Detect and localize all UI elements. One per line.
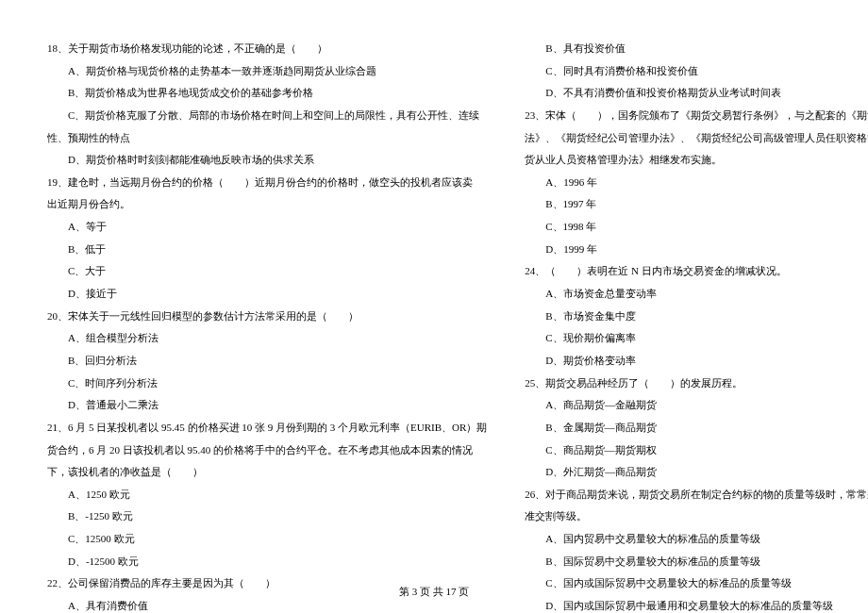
q24-option-c: C、现价期价偏离率 <box>525 327 868 350</box>
q24-option-b: B、市场资金集中度 <box>525 306 868 328</box>
q21-stem-1: 21、6 月 5 日某投机者以 95.45 的价格买进 10 张 9 月份到期的… <box>47 417 487 439</box>
q26-stem-1: 26、对于商品期货来说，期货交易所在制定合约标的物的质量等级时，常常采用（ ）为… <box>525 484 868 506</box>
q20-option-c: C、时间序列分析法 <box>47 373 487 395</box>
q24-option-d: D、期货价格变动率 <box>525 350 868 373</box>
q24-option-a: A、市场资金总量变动率 <box>525 283 868 306</box>
q18-option-c-cont: 性、预期性的特点 <box>47 127 487 150</box>
q24-stem: 24、（ ）表明在近 N 日内市场交易资金的增减状况。 <box>525 260 868 283</box>
q21-stem-2: 货合约，6 月 20 日该投机者以 95.40 的价格将手中的合约平仓。在不考虑… <box>47 439 487 462</box>
q19-stem-2: 出近期月份合约。 <box>47 193 487 216</box>
q20-option-d: D、普通最小二乘法 <box>47 394 487 417</box>
page-footer: 第 3 页 共 17 页 <box>0 585 868 599</box>
q23-stem-2: 法》、《期货经纪公司管理办法》、《期货经纪公司高级管理人员任职资格管理办法》和《… <box>525 127 868 150</box>
q26-option-b: B、国际贸易中交易量较大的标准品的质量等级 <box>525 551 868 573</box>
q25-option-c: C、商品期货—期货期权 <box>525 439 868 462</box>
q20-option-a: A、组合模型分析法 <box>47 327 487 350</box>
q23-option-d: D、1999 年 <box>525 239 868 261</box>
q19-stem-1: 19、建仓时，当远期月份合约的价格（ ）近期月份合约的价格时，做空头的投机者应该… <box>47 172 487 194</box>
page-content: 18、关于期货市场价格发现功能的论述，不正确的是（ ） A、期货价格与现货价格的… <box>0 0 868 613</box>
q23-option-c: C、1998 年 <box>525 216 868 239</box>
q18-option-d: D、期货价格时时刻刻都能准确地反映市场的供求关系 <box>47 149 487 172</box>
q20-stem: 20、宋体关于一元线性回归模型的参数估计方法常采用的是（ ） <box>47 306 487 328</box>
q23-stem-1: 23、宋体（ ），国务院颁布了《期货交易暂行条例》，与之配套的《期货交易所管理办 <box>525 105 868 127</box>
q22-option-b: B、具有投资价值 <box>525 38 868 60</box>
q22-option-d: D、不具有消费价值和投资价格期货从业考试时间表 <box>525 82 868 105</box>
q25-option-d: D、外汇期货—商品期货 <box>525 461 868 484</box>
q25-stem: 25、期货交易品种经历了（ ）的发展历程。 <box>525 373 868 395</box>
q19-option-d: D、接近于 <box>47 283 487 306</box>
q23-option-a: A、1996 年 <box>525 172 868 194</box>
q21-option-b: B、-1250 欧元 <box>47 505 487 528</box>
q19-option-c: C、大于 <box>47 260 487 283</box>
q21-option-a: A、1250 欧元 <box>47 484 487 506</box>
q18-stem: 18、关于期货市场价格发现功能的论述，不正确的是（ ） <box>47 38 487 60</box>
q21-option-d: D、-12500 欧元 <box>47 551 487 573</box>
q18-option-b: B、期货价格成为世界各地现货成交价的基础参考价格 <box>47 82 487 105</box>
q23-stem-3: 货从业人员资格管理办法》相继发布实施。 <box>525 149 868 172</box>
q19-option-a: A、等于 <box>47 216 487 239</box>
left-column: 18、关于期货市场价格发现功能的论述，不正确的是（ ） A、期货价格与现货价格的… <box>47 38 487 613</box>
q19-option-b: B、低于 <box>47 239 487 261</box>
q23-option-b: B、1997 年 <box>525 193 868 216</box>
q18-option-c: C、期货价格克服了分散、局部的市场价格在时间上和空间上的局限性，具有公开性、连续 <box>47 105 487 127</box>
right-column: B、具有投资价值 C、同时具有消费价格和投资价值 D、不具有消费价值和投资价格期… <box>525 38 868 613</box>
q26-stem-2: 准交割等级。 <box>525 505 868 528</box>
q22-option-c: C、同时具有消费价格和投资价值 <box>525 60 868 83</box>
q26-option-a: A、国内贸易中交易量较大的标准品的质量等级 <box>525 528 868 551</box>
q21-option-c: C、12500 欧元 <box>47 528 487 551</box>
q25-option-a: A、商品期货—金融期货 <box>525 394 868 417</box>
q25-option-b: B、金属期货—商品期货 <box>525 417 868 439</box>
q18-option-a: A、期货价格与现货价格的走势基本一致并逐渐趋同期货从业综合题 <box>47 60 487 83</box>
q21-stem-3: 下，该投机者的净收益是（ ） <box>47 461 487 484</box>
q20-option-b: B、回归分析法 <box>47 350 487 373</box>
